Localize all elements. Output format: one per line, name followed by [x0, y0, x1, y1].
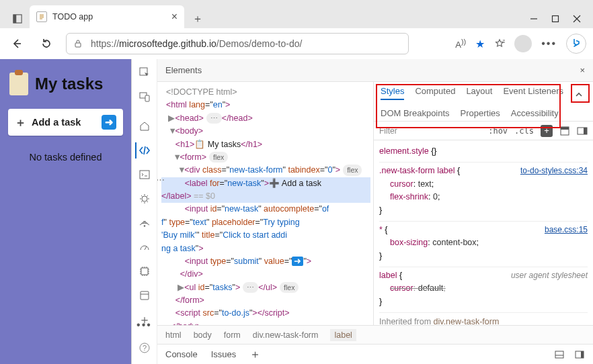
add-task-field[interactable]: ＋ Add a task ➜ [8, 109, 123, 136]
styles-tab-computed[interactable]: Computed [415, 86, 455, 100]
svg-rect-21 [141, 268, 148, 275]
more-tools-icon[interactable]: ••• [136, 317, 153, 333]
performance-tool-icon[interactable] [136, 239, 153, 255]
expand-sidebar-icon[interactable] [571, 87, 586, 102]
dom-node[interactable]: <!DOCTYPE html> [161, 86, 370, 99]
dom-node[interactable]: </form> [161, 294, 370, 307]
elements-tab-label[interactable]: Elements [165, 65, 202, 75]
add-drawer-tab-icon[interactable]: ＋ [249, 347, 261, 362]
svg-rect-30 [555, 351, 563, 358]
tab-actions-icon[interactable] [8, 9, 27, 28]
drawer-toggle-icon[interactable] [554, 349, 565, 360]
css-rules-list[interactable]: element.style {}.new-task-form label {to… [374, 140, 593, 325]
dom-node[interactable]: ▼<body> [161, 125, 370, 138]
memory-tool-icon[interactable] [136, 263, 153, 279]
styles-tab-event-listeners[interactable]: Event Listeners [503, 86, 563, 100]
dom-node[interactable]: ▶<ul id="tasks">⋯</ul>flex [161, 281, 370, 294]
breadcrumb-item[interactable]: div.new-task-form [253, 330, 319, 340]
dom-breadcrumb[interactable]: htmlbodyformdiv.new-task-formlabel [157, 325, 593, 344]
dom-node[interactable]: </div> [161, 268, 370, 281]
breadcrumb-item[interactable]: form [224, 330, 241, 340]
svg-rect-7 [553, 16, 559, 22]
breadcrumb-item[interactable]: html [165, 330, 182, 340]
new-tab-button[interactable]: ＋ [188, 9, 207, 28]
favorite-icon[interactable]: ★ [475, 38, 485, 50]
css-rule[interactable]: * {base.css:15box-sizing: content-box;} [379, 222, 588, 267]
svg-rect-16 [145, 95, 149, 101]
back-button[interactable] [7, 34, 27, 54]
close-window-icon[interactable] [573, 15, 581, 23]
devtools-tool-header: Elements × [157, 59, 593, 82]
console-drawer-tabs: Console Issues ＋ [157, 344, 593, 364]
elements-tool-icon[interactable] [135, 142, 153, 158]
styles-tab-layout[interactable]: Layout [466, 86, 492, 100]
svg-rect-11 [75, 43, 81, 47]
dom-node[interactable]: <input id="new-task" autocomplete="off" … [161, 203, 370, 255]
maximize-icon[interactable] [551, 15, 559, 23]
inspect-icon[interactable] [136, 64, 153, 81]
dom-node[interactable]: </body> [161, 320, 370, 325]
issues-tab[interactable]: Issues [211, 349, 237, 359]
dom-node[interactable]: ▶<head>⋯</head> [161, 112, 370, 125]
svg-rect-29 [584, 128, 587, 134]
styles-tab-properties[interactable]: Properties [461, 108, 500, 118]
styles-tab-dom-breakpoints[interactable]: DOM Breakpoints [381, 108, 450, 118]
css-rule[interactable]: label {user agent stylesheetcursor: defa… [379, 267, 588, 313]
refresh-button[interactable] [36, 34, 56, 54]
application-tool-icon[interactable] [136, 287, 153, 304]
dom-node[interactable]: <label for="new-task">➕ Add a task</labe… [161, 177, 370, 203]
network-tool-icon[interactable] [136, 215, 153, 231]
svg-point-19 [143, 225, 145, 226]
empty-state: No tasks defined [8, 152, 123, 163]
styles-tab-accessibility[interactable]: Accessibility [511, 108, 559, 118]
dom-node[interactable]: <html lang="en"> [161, 99, 370, 111]
devtools-activity-bar: ＋ ••• ? [132, 59, 157, 364]
read-aloud-icon[interactable]: A)) [455, 38, 466, 50]
console-tool-icon[interactable] [136, 167, 153, 183]
minimize-icon[interactable] [530, 15, 538, 23]
rendering-pane-icon[interactable] [577, 126, 588, 136]
browser-chrome: TODO app × ＋ https://microsoftedge.githu… [0, 0, 593, 59]
svg-text:?: ? [142, 344, 146, 352]
hov-toggle[interactable]: :hov [488, 126, 508, 136]
svg-line-20 [145, 246, 147, 250]
window-controls [530, 15, 593, 28]
welcome-tool-icon[interactable] [136, 118, 153, 134]
address-bar[interactable]: https://microsoftedge.github.io/Demos/de… [66, 33, 409, 54]
css-rule[interactable]: element.style {} [379, 143, 588, 163]
dom-tree[interactable]: ⋯ <!DOCTYPE html> <html lang="en"> ▶<hea… [157, 82, 374, 325]
new-style-rule-button[interactable]: + [541, 125, 553, 137]
help-icon[interactable]: ? [136, 340, 153, 356]
dom-node[interactable]: <script src="to-do.js"></script> [161, 307, 370, 320]
submit-task-icon[interactable]: ➜ [102, 115, 116, 130]
browser-tab[interactable]: TODO app × [30, 5, 184, 28]
dom-node[interactable]: <input type="submit" value="➜"> [161, 255, 370, 268]
cls-toggle[interactable]: .cls [514, 126, 534, 136]
favorites-bar-icon[interactable] [494, 38, 505, 49]
breadcrumb-item[interactable]: label [330, 329, 356, 341]
dom-node[interactable]: ▼<div class="new-task-form" tabindex="0"… [161, 164, 370, 177]
sources-tool-icon[interactable] [136, 191, 153, 207]
page-favicon-icon [36, 11, 47, 22]
styles-tab-styles[interactable]: Styles [381, 86, 404, 100]
svg-point-18 [142, 196, 147, 201]
console-tab[interactable]: Console [165, 349, 198, 359]
tab-title: TODO app [52, 12, 93, 21]
svg-rect-17 [140, 171, 149, 179]
close-devtools-icon[interactable]: × [580, 65, 585, 75]
site-info-icon[interactable] [73, 39, 83, 48]
device-toggle-icon[interactable] [136, 89, 153, 105]
close-tab-icon[interactable]: × [171, 11, 177, 23]
bing-chat-icon[interactable] [566, 34, 586, 54]
dom-node[interactable]: ▼<form>flex [161, 151, 370, 164]
profile-avatar[interactable] [514, 35, 532, 52]
clipboard-icon [9, 73, 28, 95]
css-rule[interactable]: .new-task-form label {to-do-styles.css:3… [379, 163, 588, 222]
todo-app-pane: My tasks ＋ Add a task ➜ No tasks defined [0, 59, 131, 364]
drawer-side-icon[interactable] [574, 349, 585, 360]
styles-filter-input[interactable]: Filter [379, 126, 481, 136]
computed-toggle-icon[interactable] [559, 126, 570, 136]
dom-node[interactable]: <h1>📋 My tasks</h1> [161, 138, 370, 151]
breadcrumb-item[interactable]: body [194, 330, 212, 340]
more-menu-icon[interactable]: ••• [541, 38, 557, 50]
